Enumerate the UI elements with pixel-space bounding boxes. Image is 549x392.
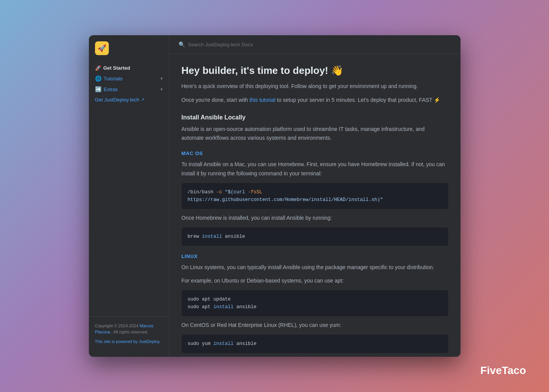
tutorials-icon: 🌐 xyxy=(95,75,102,82)
get-started-icon: 🚀 xyxy=(95,65,101,71)
chevron-down-icon-2: ▾ xyxy=(161,87,163,92)
page-title: Hey builder, it's time to deploy! 👋 xyxy=(182,65,448,77)
fivetaco-label: FiveTaco xyxy=(480,364,526,376)
macos-code-block-2[interactable]: brew install ansible xyxy=(182,227,448,246)
macos-desc1: To install Ansible on a Mac, you can use… xyxy=(182,160,448,178)
sidebar-item-get-started[interactable]: 🚀 Get Started xyxy=(92,63,166,73)
tutorial-link[interactable]: this tutorial xyxy=(249,97,275,103)
browser-window: 🚀 🚀 Get Started 🌐 Tutorials ▾ xyxy=(89,35,461,357)
sidebar-logo: 🚀 xyxy=(89,41,169,63)
get-started-label: Get Started xyxy=(103,65,130,71)
external-link-label: Get JustDeploy.tech xyxy=(95,97,139,103)
macos-code-block-1[interactable]: /bin/bash -c "$(curl -fsSL https://raw.g… xyxy=(182,183,448,209)
chevron-down-icon: ▾ xyxy=(161,76,163,81)
intro-text-1: Here's a quick overview of this deployin… xyxy=(182,82,448,91)
powered-by-link[interactable]: JustDeploy. xyxy=(139,339,161,344)
sidebar-external-link[interactable]: Get JustDeploy.tech ↗ xyxy=(92,95,166,105)
footer-copyright: Copyright © 2024-2024 Marcos Placona . A… xyxy=(95,323,163,335)
sidebar-item-tutorials[interactable]: 🌐 Tutorials ▾ xyxy=(92,73,166,84)
linux-desc2: For example, on Ubuntu or Debian-based s… xyxy=(182,276,448,286)
linux-desc1: On Linux systems, you can typically inst… xyxy=(182,263,448,272)
linux-title: LINUX xyxy=(182,253,448,259)
install-ansible-title: Install Ansible Locally xyxy=(182,114,448,121)
macos-cmd2-text: brew install ansible xyxy=(188,234,245,239)
copyright-text: Copyright © 2024-2024 xyxy=(95,323,139,328)
install-ansible-desc: Ansible is an open-source automation pla… xyxy=(182,125,448,143)
linux-code-block-2[interactable]: sudo yum install ansible xyxy=(182,335,448,353)
fivetaco-brand: FiveTaco xyxy=(480,364,526,377)
search-input[interactable] xyxy=(188,42,451,47)
intro2-start: Once you're done, start with xyxy=(182,97,250,103)
external-link-icon: ↗ xyxy=(141,97,144,102)
tutorials-label: Tutorials xyxy=(104,76,123,82)
footer-powered-by: This site is powered by JustDeploy. xyxy=(95,338,163,345)
macos-desc2: Once Homebrew is installed, you can inst… xyxy=(182,214,448,223)
intro2-end: to setup your server in 5 minutes. Let's… xyxy=(275,97,440,103)
linux-cmd2-text: sudo yum install ansible xyxy=(188,341,257,346)
linux-cmd1-line2: sudo apt install ansible xyxy=(188,303,442,311)
sidebar: 🚀 🚀 Get Started 🌐 Tutorials ▾ xyxy=(89,35,169,357)
extras-icon: ➡️ xyxy=(95,86,102,92)
macos-cmd1-text: /bin/bash -c "$(curl -fsSL https://raw.g… xyxy=(188,189,383,203)
macos-title: MAC OS xyxy=(182,150,448,156)
linux-code-block-1[interactable]: sudo apt update sudo apt install ansible xyxy=(182,290,448,316)
sidebar-item-extras[interactable]: ➡️ Extras ▾ xyxy=(92,84,166,95)
powered-by-text: This site is powered by xyxy=(95,339,138,344)
linux-desc3: On CentOS or Red Hat Enterprise Linux (R… xyxy=(182,321,448,330)
rights-text: . All rights reserved. xyxy=(111,330,148,334)
search-bar: 🔍 xyxy=(169,35,461,54)
extras-label: Extras xyxy=(104,87,118,92)
search-icon: 🔍 xyxy=(179,41,185,47)
sidebar-nav: 🚀 Get Started 🌐 Tutorials ▾ ➡️ Extras xyxy=(89,63,169,316)
main-content: 🔍 Hey builder, it's time to deploy! 👋 He… xyxy=(169,35,461,357)
sidebar-footer: Copyright © 2024-2024 Marcos Placona . A… xyxy=(89,316,169,351)
logo-icon: 🚀 xyxy=(95,41,109,55)
linux-cmd1-line1: sudo apt update xyxy=(188,296,442,303)
logo-emoji: 🚀 xyxy=(98,44,106,52)
intro-text-2: Once you're done, start with this tutori… xyxy=(182,96,448,105)
content-area: Hey builder, it's time to deploy! 👋 Here… xyxy=(169,54,461,357)
